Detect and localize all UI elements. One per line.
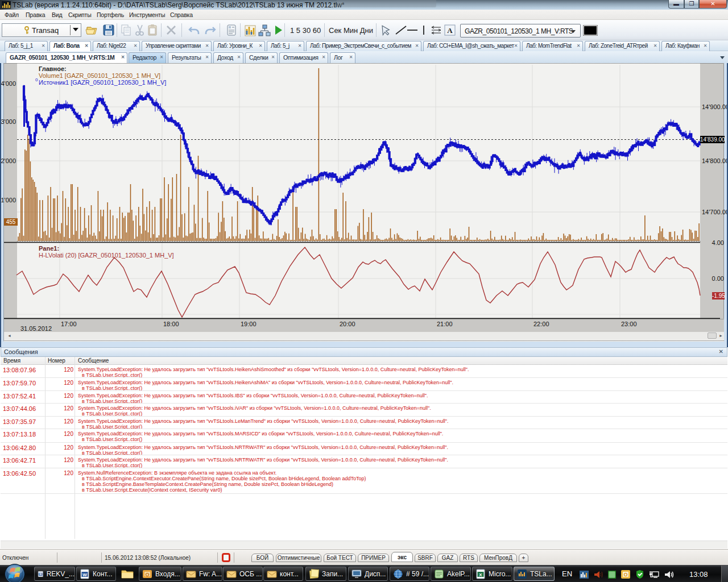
svg-text:W: W bbox=[39, 573, 42, 576]
svg-text:O: O bbox=[145, 571, 149, 577]
svg-text:O: O bbox=[623, 572, 627, 577]
svg-text:X: X bbox=[479, 572, 482, 577]
svg-text:W: W bbox=[82, 572, 87, 577]
svg-text:A: A bbox=[447, 26, 453, 35]
